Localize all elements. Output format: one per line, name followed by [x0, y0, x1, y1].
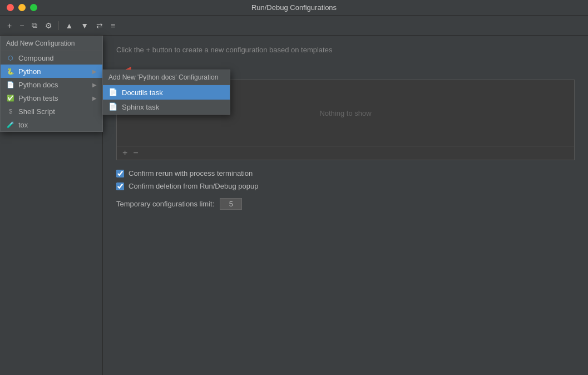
- services-toolbar: + −: [116, 146, 575, 160]
- temp-config-input[interactable]: [220, 198, 242, 210]
- compound-icon: ⬡: [6, 53, 15, 62]
- remove-config-button[interactable]: −: [17, 19, 27, 32]
- python-tests-icon: ✅: [6, 93, 15, 102]
- window-controls: [7, 4, 37, 11]
- temp-config-label: Temporary configurations limit:: [116, 200, 214, 208]
- submenu-item-sphinx[interactable]: 📄 Sphinx task: [103, 100, 230, 114]
- submenu-header: Add New 'Python docs' Configuration: [103, 70, 230, 85]
- docutils-label: Docutils task: [122, 88, 163, 97]
- copy-config-button[interactable]: ⧉: [29, 19, 40, 32]
- sphinx-icon: 📄: [108, 102, 117, 111]
- docutils-icon: 📄: [108, 88, 117, 97]
- python-docs-submenu: Add New 'Python docs' Configuration 📄 Do…: [102, 70, 230, 115]
- move-up-button[interactable]: ▲: [62, 19, 76, 32]
- move-down-button[interactable]: ▼: [78, 19, 91, 32]
- toolbar-separator: [58, 21, 59, 30]
- sidebar-item-compound[interactable]: ⬡ Compound: [1, 51, 102, 65]
- tox-icon: 🧪: [6, 120, 15, 129]
- main-layout: Add New Configuration ⬡ Compound 🐍 Pytho…: [0, 36, 588, 375]
- move-config-button[interactable]: ⇄: [93, 19, 106, 32]
- confirm-rerun-row: Confirm rerun with process termination: [116, 169, 575, 177]
- python-docs-label: Python docs: [18, 81, 58, 89]
- services-add-button[interactable]: +: [120, 149, 130, 157]
- sphinx-label: Sphinx task: [122, 103, 159, 111]
- tox-label: tox: [18, 121, 28, 129]
- sidebar-item-tox[interactable]: 🧪 tox: [1, 118, 102, 131]
- add-new-config-popup: Add New Configuration ⬡ Compound 🐍 Pytho…: [0, 36, 103, 132]
- services-empty-text: Nothing to show: [319, 109, 371, 117]
- python-tests-label: Python tests: [18, 94, 58, 102]
- hint-text: Click the + button to create a new confi…: [116, 46, 332, 54]
- confirm-deletion-checkbox[interactable]: [116, 182, 124, 190]
- temp-config-row: Temporary configurations limit:: [116, 198, 575, 210]
- settings-button[interactable]: ⚙: [42, 19, 55, 32]
- python-submenu-arrow: ▶: [92, 68, 97, 75]
- confirm-rerun-label: Confirm rerun with process termination: [129, 169, 253, 177]
- close-button[interactable]: [7, 4, 14, 11]
- shell-script-label: Shell Script: [18, 107, 55, 116]
- content-hint: Click the + button to create a new confi…: [103, 36, 588, 64]
- submenu-item-docutils[interactable]: 📄 Docutils task: [103, 85, 230, 100]
- python-docs-icon: 📄: [6, 80, 15, 89]
- checkboxes-section: Confirm rerun with process termination C…: [116, 169, 575, 190]
- confirm-rerun-checkbox[interactable]: [116, 170, 124, 177]
- sidebar-item-python-docs[interactable]: 📄 Python docs ▶: [1, 78, 102, 91]
- python-icon: 🐍: [6, 67, 15, 76]
- window-title: Run/Debug Configurations: [251, 3, 337, 12]
- confirm-deletion-label: Confirm deletion from Run/Debug popup: [129, 182, 258, 190]
- sidebar-item-shell-script[interactable]: $ Shell Script: [1, 105, 102, 118]
- shell-script-icon: $: [6, 107, 15, 116]
- titlebar: Run/Debug Configurations: [0, 0, 588, 16]
- sidebar: Add New Configuration ⬡ Compound 🐍 Pytho…: [0, 36, 103, 375]
- python-tests-submenu-arrow: ▶: [92, 95, 97, 101]
- minimize-button[interactable]: [18, 4, 26, 11]
- maximize-button[interactable]: [30, 4, 37, 11]
- services-remove-button[interactable]: −: [131, 149, 140, 157]
- confirm-deletion-row: Confirm deletion from Run/Debug popup: [116, 182, 575, 190]
- toolbar: + − ⧉ ⚙ ▲ ▼ ⇄ ≡: [0, 16, 588, 36]
- sidebar-item-python[interactable]: 🐍 Python ▶ ◀: [1, 65, 102, 78]
- add-new-popup-header: Add New Configuration: [1, 36, 102, 51]
- python-docs-submenu-arrow: ▶: [92, 82, 97, 88]
- add-config-button[interactable]: +: [4, 19, 14, 32]
- compound-label: Compound: [18, 54, 54, 62]
- python-label: Python: [18, 67, 41, 76]
- sort-button[interactable]: ≡: [108, 19, 118, 32]
- sidebar-item-python-tests[interactable]: ✅ Python tests ▶: [1, 91, 102, 105]
